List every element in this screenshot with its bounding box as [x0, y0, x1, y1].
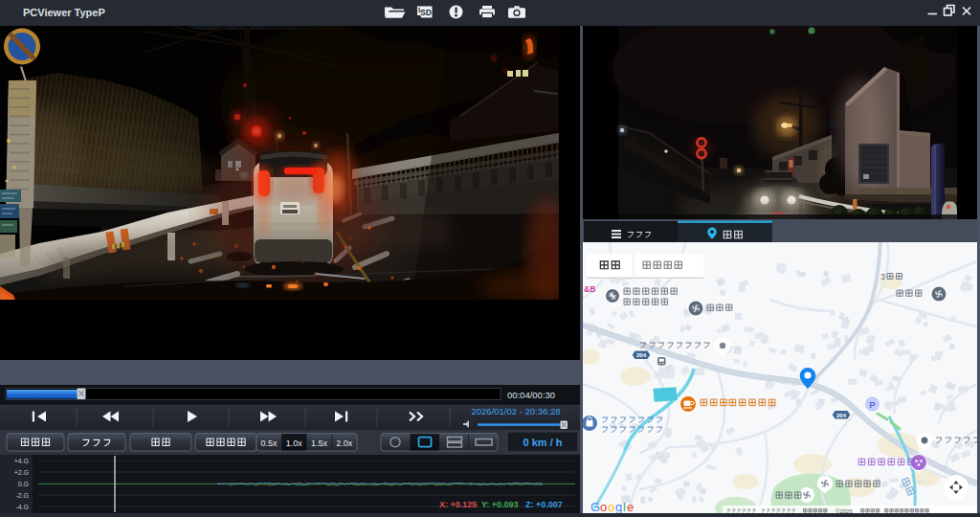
svg-text:&B: &B — [584, 284, 595, 294]
svg-text:SD: SD — [420, 8, 432, 17]
svg-text:-4.G: -4.G — [15, 504, 29, 510]
svg-text:0 km / h: 0 km / h — [523, 437, 563, 448]
svg-text:G: G — [590, 500, 600, 514]
svg-text:X: +0.125: X: +0.125 — [439, 500, 477, 509]
svg-text:1.0x: 1.0x — [286, 438, 303, 448]
svg-text:204: 204 — [836, 413, 847, 418]
svg-text:o: o — [600, 500, 607, 514]
svg-text:+2.G: +2.G — [14, 469, 29, 476]
svg-text:0.G: 0.G — [18, 481, 29, 487]
svg-text:204: 204 — [636, 352, 647, 358]
svg-text:o: o — [608, 500, 614, 514]
svg-text:00:04/00:30: 00:04/00:30 — [507, 390, 555, 400]
svg-text:P: P — [869, 399, 876, 410]
svg-text:g: g — [615, 500, 622, 514]
svg-text:+4.G: +4.G — [14, 458, 29, 464]
svg-text:Z: +0.007: Z: +0.007 — [525, 500, 563, 509]
svg-text:e: e — [627, 500, 634, 514]
svg-text:0.5x: 0.5x — [260, 438, 278, 448]
svg-text:2.0x: 2.0x — [336, 438, 353, 448]
svg-text:-2.G: -2.G — [15, 492, 29, 499]
svg-text:1.5x: 1.5x — [311, 438, 328, 448]
svg-text:PCViewer TypeP: PCViewer TypeP — [23, 7, 105, 18]
svg-text:l: l — [623, 500, 626, 514]
svg-text:2026/01/02 - 20:36:28: 2026/01/02 - 20:36:28 — [472, 406, 561, 416]
svg-text:Y: +0.093: Y: +0.093 — [481, 500, 519, 509]
svg-text:3: 3 — [880, 272, 885, 281]
